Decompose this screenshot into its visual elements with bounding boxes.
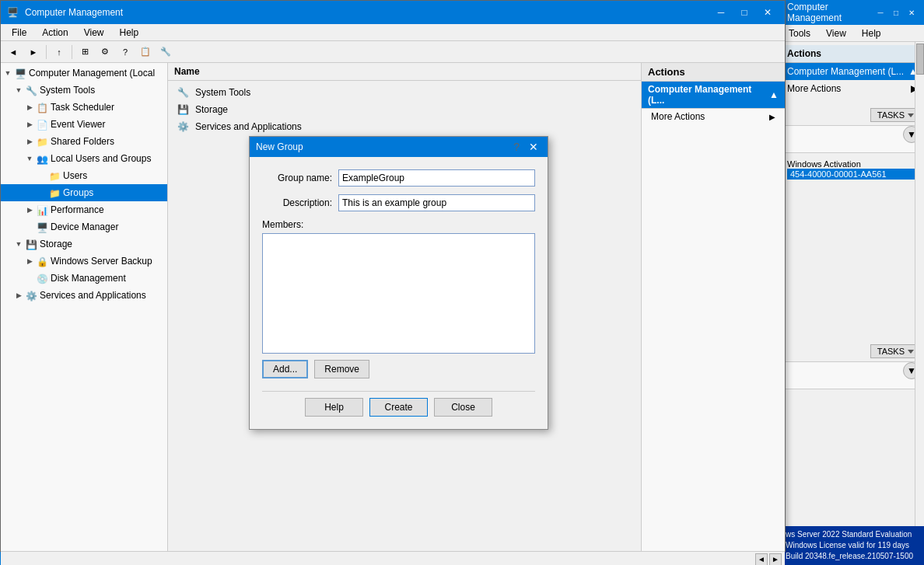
close-btn[interactable]: ✕ (757, 2, 779, 23)
bg-close[interactable]: ✕ (905, 6, 918, 19)
sidebar-item-storage[interactable]: 💾 Storage (1, 235, 167, 253)
tb-properties[interactable]: ⚙ (96, 44, 114, 61)
toggle-local-users-groups[interactable] (24, 153, 35, 164)
toggle-performance[interactable] (24, 204, 35, 215)
members-list[interactable] (262, 233, 535, 354)
help-button[interactable]: Help (305, 398, 363, 417)
actions-more-arrow: ▶ (769, 113, 775, 121)
bg-scrollbar-thumb[interactable] (916, 44, 924, 75)
menu-help[interactable]: Help (114, 26, 145, 40)
group-name-input[interactable] (338, 169, 535, 187)
bg-tasks-btn[interactable]: TASKS (870, 108, 921, 122)
bg-bottom-info: ws Server 2022 Standard Evaluation Windo… (781, 526, 924, 565)
new-group-dialog: New Group ? ✕ Group name: Description: M… (249, 136, 548, 430)
sidebar-item-system-tools[interactable]: 🔧 System Tools (1, 82, 167, 99)
remove-button[interactable]: Remove (314, 360, 369, 378)
bg-scrollbar[interactable] (915, 42, 924, 565)
toggle-services-apps[interactable] (13, 290, 24, 301)
bg-actions-panel: Actions Computer Management (L... ▲ More… (781, 42, 924, 100)
icon-task-scheduler: 📋 (37, 101, 49, 113)
bg-actions-selected-label: Computer Management (L... (787, 66, 904, 77)
bg-info-line3: Build 20348.fe_release.210507-1500 (786, 551, 919, 562)
toggle-computer-mgmt[interactable] (2, 68, 13, 78)
icon-event-viewer: 📄 (37, 118, 49, 131)
bg-menu-help[interactable]: Help (857, 26, 886, 40)
bg-title: Computer Management (787, 2, 874, 23)
sidebar-item-groups[interactable]: 📁 Groups (1, 184, 167, 201)
sidebar-item-users[interactable]: 📁 Users (1, 167, 167, 184)
bg-menu-tools[interactable]: Tools (784, 26, 815, 40)
actions-section-title[interactable]: Computer Management (L... ▲ (642, 82, 785, 109)
scroll-right[interactable]: ► (769, 553, 782, 566)
panel-icon-services: ⚙️ (177, 121, 189, 132)
dialog-help-icon[interactable]: ? (513, 141, 520, 153)
description-input[interactable] (338, 194, 535, 211)
tb-up[interactable]: ↑ (50, 44, 68, 61)
toggle-shared-folders[interactable] (24, 136, 35, 147)
bg-more-actions-label: More Actions (787, 83, 841, 94)
label-device-manager: Device Manager (51, 220, 118, 234)
bg-tasks-btn2[interactable]: TASKS (870, 344, 921, 358)
menu-action[interactable]: Action (36, 26, 74, 40)
bg-activation-key: 454-40000-00001-AA561 (787, 169, 918, 180)
tb-extra2[interactable]: 🔧 (156, 44, 175, 61)
dialog-close-btn[interactable]: ✕ (526, 139, 541, 155)
bg-win-controls: ─ □ ✕ (874, 6, 918, 19)
bg-actions-selected[interactable]: Computer Management (L... ▲ (781, 63, 924, 80)
bg-actions-header: Actions (781, 45, 924, 63)
panel-row-system-tools[interactable]: 🔧 System Tools (171, 84, 638, 101)
icon-system-tools: 🔧 (26, 84, 38, 96)
main-title: Computer Management (25, 7, 123, 18)
tb-help[interactable]: ? (116, 44, 135, 61)
menu-file[interactable]: File (5, 26, 33, 40)
sidebar-item-shared-folders[interactable]: 📁 Shared Folders (1, 133, 167, 150)
main-titlebar: 🖥️ Computer Management ─ □ ✕ (1, 1, 785, 24)
panel-icon-system-tools: 🔧 (177, 87, 189, 98)
menu-view[interactable]: View (78, 26, 110, 40)
panel-label-storage: Storage (195, 104, 228, 115)
sidebar-item-computer-mgmt[interactable]: 🖥️ Computer Management (Local (1, 65, 167, 82)
actions-panel: Actions Computer Management (L... ▲ More… (641, 63, 785, 551)
dialog-footer: Help Create Close (262, 391, 535, 417)
icon-disk-management: 💿 (37, 272, 49, 284)
sidebar-item-performance[interactable]: 📊 Performance (1, 201, 167, 218)
sidebar-item-local-users-groups[interactable]: 👥 Local Users and Groups (1, 150, 167, 167)
bg-menu-view[interactable]: View (821, 26, 851, 40)
toggle-storage[interactable] (13, 239, 24, 249)
panel-row-services[interactable]: ⚙️ Services and Applications (171, 118, 638, 135)
sidebar-item-task-scheduler[interactable]: 📋 Task Scheduler (1, 99, 167, 116)
toggle-event-viewer[interactable] (24, 119, 35, 130)
bg-minimize[interactable]: ─ (874, 6, 887, 19)
tb-sep2 (72, 45, 72, 59)
close-dialog-button[interactable]: Close (434, 398, 492, 417)
minimize-btn[interactable]: ─ (710, 2, 732, 23)
toggle-windows-backup[interactable] (24, 256, 35, 267)
label-shared-folders: Shared Folders (51, 134, 114, 148)
sidebar-item-disk-management[interactable]: 💿 Disk Management (1, 270, 167, 287)
tb-extra1[interactable]: 📋 (136, 44, 155, 61)
toggle-system-tools[interactable] (13, 85, 24, 96)
bg-tasks-chevron2 (908, 350, 914, 354)
toggle-task-scheduler[interactable] (24, 102, 35, 113)
bg-maximize[interactable]: □ (890, 6, 902, 19)
add-button[interactable]: Add... (262, 360, 308, 378)
icon-groups: 📁 (49, 187, 61, 199)
maximize-btn[interactable]: □ (733, 2, 755, 23)
scroll-left[interactable]: ◄ (755, 553, 768, 566)
tb-back[interactable]: ◄ (4, 44, 23, 61)
tb-show-hide[interactable]: ⊞ (75, 44, 94, 61)
create-button[interactable]: Create (369, 398, 428, 417)
panel-row-storage[interactable]: 💾 Storage (171, 101, 638, 118)
sidebar-item-device-manager[interactable]: 🖥️ Device Manager (1, 218, 167, 235)
sidebar-item-services-apps[interactable]: ⚙️ Services and Applications (1, 287, 167, 304)
tb-forward[interactable]: ► (24, 44, 43, 61)
bg-more-actions[interactable]: More Actions ▶ (781, 80, 924, 97)
bg-tasks-area: ▼ (784, 125, 921, 153)
sidebar-item-windows-backup[interactable]: 🔒 Windows Server Backup (1, 253, 167, 270)
sidebar-item-event-viewer[interactable]: 📄 Event Viewer (1, 116, 167, 133)
icon-computer-mgmt: 🖥️ (15, 67, 27, 79)
label-users: Users (63, 169, 87, 183)
actions-more-actions[interactable]: More Actions ▶ (642, 109, 785, 124)
label-windows-backup: Windows Server Backup (51, 254, 152, 268)
sidebar: 🖥️ Computer Management (Local 🔧 System T… (1, 63, 168, 551)
